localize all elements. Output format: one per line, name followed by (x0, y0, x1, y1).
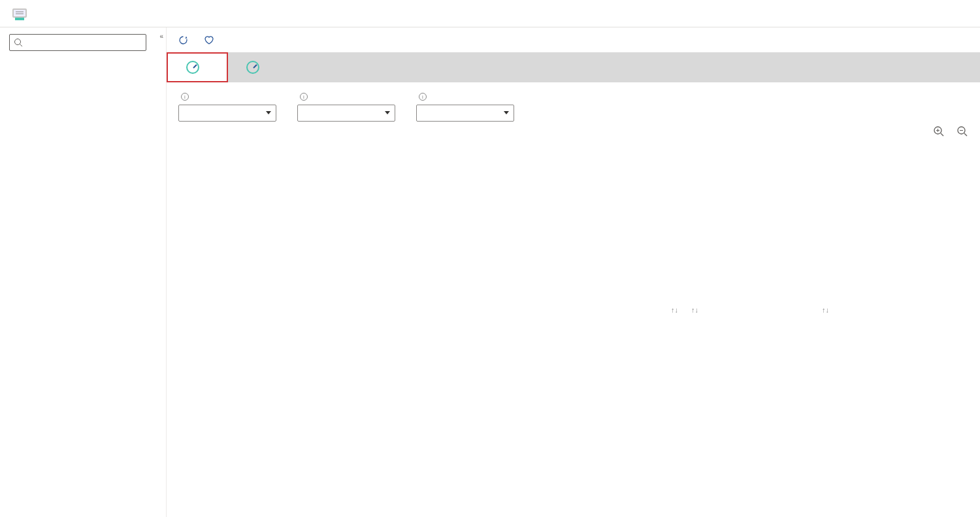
refresh-button[interactable] (178, 35, 192, 45)
selected-by-select[interactable] (297, 105, 395, 122)
chart-info (178, 135, 293, 285)
tab-long-running-queries[interactable] (167, 52, 228, 82)
svg-line-6 (941, 133, 943, 136)
svg-point-3 (15, 39, 21, 45)
toolbar (167, 27, 980, 52)
gauge-icon (246, 61, 259, 74)
chart-canvas[interactable] (293, 135, 968, 285)
gauge-icon (186, 61, 199, 74)
table-header: ↑↓ ↑↓ ↑↓ (178, 298, 968, 322)
collapse-sidebar-button[interactable]: « (159, 33, 163, 40)
sort-icon[interactable]: ↑↓ (691, 306, 698, 314)
svg-rect-2 (15, 18, 24, 20)
svg-rect-1 (14, 10, 25, 16)
num-queries-select[interactable] (178, 105, 276, 122)
chart-area (293, 135, 968, 285)
tab-wait-statistics[interactable] (228, 52, 287, 82)
sidebar-search[interactable] (9, 34, 146, 51)
svg-line-4 (20, 44, 23, 47)
feedback-button[interactable] (204, 35, 218, 45)
zoom-in-icon[interactable] (933, 125, 945, 139)
filter-bar: i i i (178, 93, 968, 122)
info-icon[interactable]: i (419, 93, 427, 101)
page-header (0, 0, 980, 27)
time-period-select[interactable] (416, 105, 514, 122)
search-input[interactable] (25, 38, 142, 48)
sort-icon[interactable]: ↑↓ (671, 306, 678, 314)
main: i i i (167, 27, 980, 517)
tabs (167, 52, 980, 82)
resource-icon (10, 5, 29, 24)
chart-row (178, 135, 968, 285)
svg-line-10 (964, 133, 967, 136)
info-icon[interactable]: i (181, 93, 189, 101)
info-icon[interactable]: i (300, 93, 308, 101)
sort-icon[interactable]: ↑↓ (822, 306, 829, 314)
content: i i i (167, 82, 980, 517)
zoom-out-icon[interactable] (956, 125, 968, 139)
sidebar: « (0, 27, 167, 517)
